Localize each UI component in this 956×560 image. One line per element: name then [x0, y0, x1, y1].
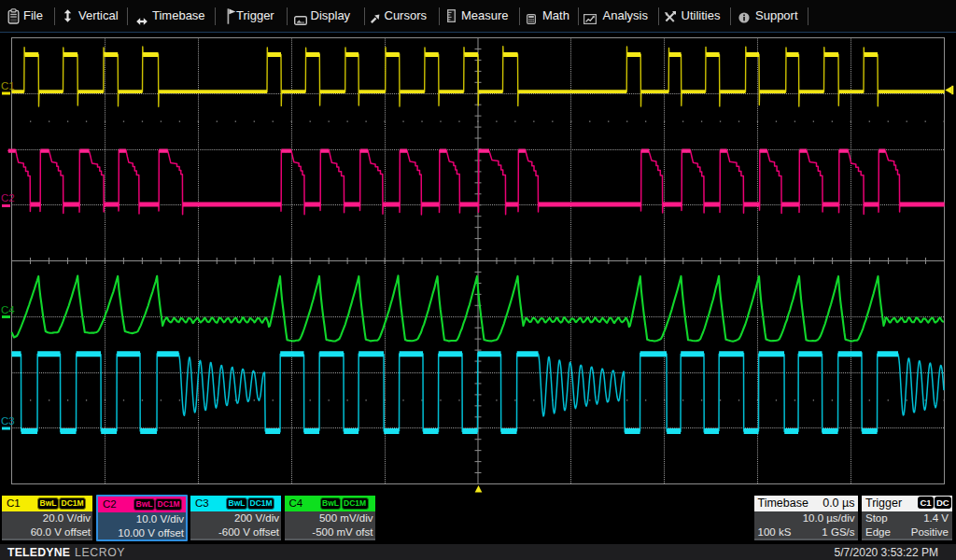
- svg-text:C3: C3: [1, 415, 15, 427]
- svg-text:C2: C2: [1, 192, 15, 203]
- svg-text:C4: C4: [1, 304, 15, 315]
- svg-text:C1: C1: [1, 80, 15, 91]
